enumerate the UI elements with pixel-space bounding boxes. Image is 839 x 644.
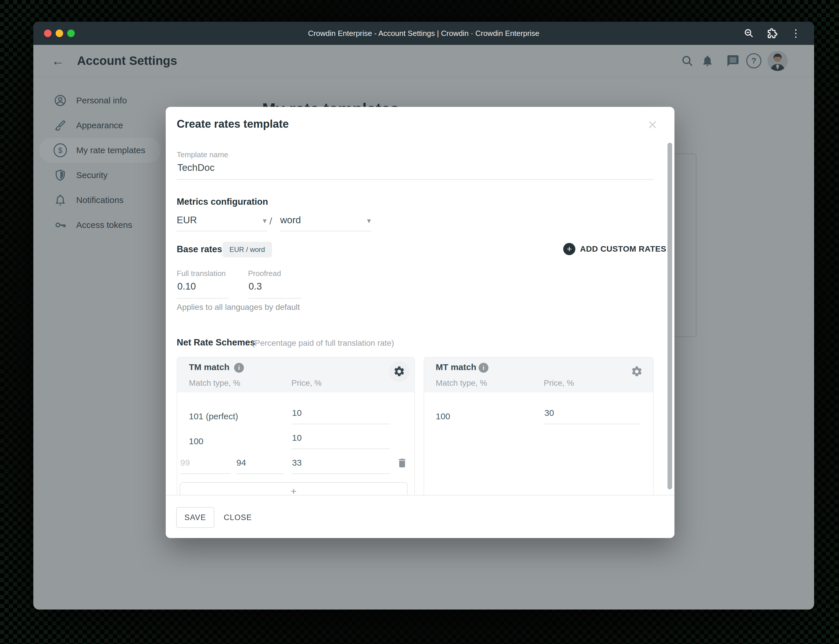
metrics-separator: /: [270, 216, 272, 227]
net-rate-schemes-heading: Net Rate Schemes: [177, 337, 255, 348]
browser-menu-icon[interactable]: ⋮: [790, 27, 802, 39]
chevron-down-icon: ▾: [263, 216, 267, 225]
base-rates-note: Applies to all languages by default: [177, 302, 300, 312]
net-rate-schemes-subtitle: (Percentage paid of full translation rat…: [252, 338, 394, 348]
add-rate-row-button[interactable]: +: [179, 482, 408, 495]
zoom-out-icon[interactable]: [742, 27, 755, 39]
full-translation-input[interactable]: [177, 279, 229, 299]
modal-title: Create rates template: [177, 118, 289, 130]
mt-match-settings-gear-icon[interactable]: [626, 361, 647, 382]
template-name-input[interactable]: [177, 161, 653, 180]
tm-match-card: TM match i Match type, % Price, % 101 (p…: [177, 357, 415, 495]
tm-match-card-header: TM match i Match type, % Price, %: [177, 358, 414, 393]
modal-scroll-area: Create rates template Template name Metr…: [166, 107, 674, 495]
full-translation-label: Full translation: [177, 269, 226, 278]
price-column-header: Price, %: [291, 378, 322, 388]
match-type-column-header: Match type, %: [189, 378, 240, 388]
window-title: Crowdin Enterprise - Account Settings | …: [33, 22, 814, 45]
tm-match-settings-gear-icon[interactable]: [389, 361, 410, 382]
template-name-label: Template name: [177, 150, 228, 159]
price-input[interactable]: [544, 406, 641, 424]
info-icon[interactable]: i: [479, 363, 489, 373]
match-type-value: 101 (perfect): [189, 411, 238, 421]
price-input[interactable]: [291, 406, 390, 424]
currency-select[interactable]: EUR ▾: [177, 215, 267, 232]
mt-match-card: MT match i Match type, % Price, % 100: [424, 357, 653, 495]
price-input[interactable]: [291, 431, 390, 449]
price-input[interactable]: [291, 456, 390, 474]
delete-row-trash-icon[interactable]: [396, 457, 409, 470]
save-button[interactable]: SAVE: [176, 507, 214, 528]
match-to-input[interactable]: [236, 456, 284, 474]
create-rates-template-modal: Create rates template Template name Metr…: [166, 107, 674, 538]
match-type-value: 100: [189, 436, 203, 446]
proofread-input[interactable]: [248, 279, 301, 299]
info-icon[interactable]: i: [234, 363, 244, 373]
browser-titlebar: Crowdin Enterprise - Account Settings | …: [33, 22, 814, 45]
add-custom-rates-button[interactable]: + ADD CUSTOM RATES: [563, 243, 666, 255]
unit-value: word: [280, 215, 301, 225]
modal-scrollbar-thumb[interactable]: [668, 143, 672, 490]
price-column-header: Price, %: [544, 378, 574, 388]
browser-window: Crowdin Enterprise - Account Settings | …: [33, 22, 814, 610]
match-type-column-header: Match type, %: [436, 378, 487, 388]
plus-circle-icon: +: [563, 243, 575, 255]
metrics-configuration-heading: Metrics configuration: [177, 197, 268, 207]
base-rates-unit-badge: EUR / word: [222, 242, 272, 258]
modal-footer: SAVE CLOSE: [166, 495, 674, 538]
page-viewport: ← Account Settings ?: [33, 45, 814, 610]
mt-match-title: MT match: [436, 362, 476, 372]
close-modal-icon[interactable]: ✕: [644, 117, 661, 133]
proofread-label: Proofread: [248, 269, 281, 278]
add-custom-rates-label: ADD CUSTOM RATES: [580, 245, 666, 254]
unit-select[interactable]: word ▾: [280, 215, 372, 232]
match-type-value: 100: [436, 411, 450, 421]
tm-match-title: TM match: [189, 362, 229, 372]
base-rates-heading: Base rates: [177, 244, 222, 255]
currency-value: EUR: [177, 215, 197, 225]
extensions-icon[interactable]: [766, 27, 778, 39]
chevron-down-icon: ▾: [367, 216, 371, 225]
match-from-input[interactable]: [179, 456, 231, 474]
mt-match-card-header: MT match i Match type, % Price, %: [424, 358, 653, 393]
close-button[interactable]: CLOSE: [222, 507, 254, 528]
